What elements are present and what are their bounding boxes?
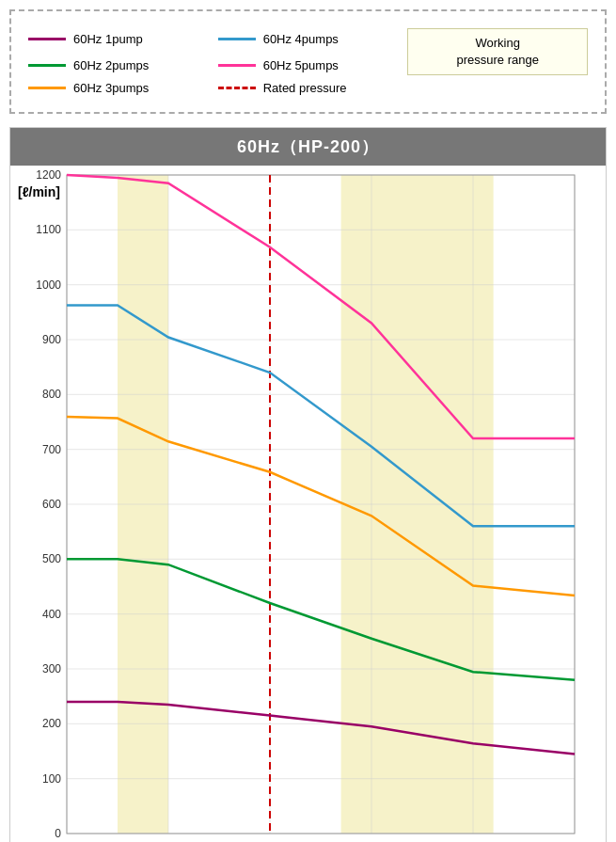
svg-text:900: 900 — [42, 333, 61, 346]
legend-label-4pumps: 60Hz 4pumps — [263, 32, 339, 46]
svg-text:1000: 1000 — [36, 278, 61, 292]
legend-line-rated — [218, 87, 256, 89]
legend-line-3pumps — [28, 87, 66, 89]
svg-text:100: 100 — [42, 772, 61, 786]
legend-item-rated: Rated pressure — [218, 81, 399, 95]
svg-text:700: 700 — [42, 443, 61, 456]
y-axis-label: [ℓ/min] — [18, 184, 60, 199]
legend-label-1pump: 60Hz 1pump — [73, 32, 143, 46]
svg-text:1100: 1100 — [36, 224, 61, 237]
legend-line-4pumps — [218, 38, 256, 40]
svg-text:200: 200 — [42, 718, 61, 731]
legend-label-rated: Rated pressure — [263, 81, 347, 95]
legend-line-1pump — [28, 38, 66, 40]
legend-item-4pumps: 60Hz 4pumps — [218, 32, 399, 46]
legend: 60Hz 1pump 60Hz 4pumps Workingpressure r… — [21, 21, 595, 103]
chart-title: 60Hz（HP-200） — [10, 128, 606, 166]
working-pressure-box: Workingpressure range — [407, 28, 588, 75]
legend-item-2pumps: 60Hz 2pumps — [28, 58, 209, 72]
svg-text:600: 600 — [42, 498, 61, 511]
legend-item-1pump: 60Hz 1pump — [28, 32, 209, 46]
legend-label-2pumps: 60Hz 2pumps — [73, 58, 149, 72]
svg-text:0: 0 — [55, 827, 61, 840]
legend-container: 60Hz 1pump 60Hz 4pumps Workingpressure r… — [9, 9, 607, 114]
svg-text:400: 400 — [42, 608, 61, 621]
svg-text:300: 300 — [42, 662, 61, 675]
legend-label-3pumps: 60Hz 3pumps — [73, 81, 149, 95]
svg-text:500: 500 — [42, 553, 61, 566]
legend-label-5pumps: 60Hz 5pumps — [263, 58, 339, 72]
chart-container: 60Hz（HP-200） [ℓ/min] [kPa] — [9, 127, 607, 842]
legend-line-5pumps — [218, 64, 256, 67]
chart-svg: 0 100 200 300 400 500 600 700 800 900 10… — [67, 175, 575, 834]
legend-line-2pumps — [28, 64, 66, 67]
svg-text:1200: 1200 — [36, 168, 61, 182]
svg-text:800: 800 — [42, 389, 61, 402]
legend-item-3pumps: 60Hz 3pumps — [28, 81, 209, 95]
y-tick-labels: 0 100 200 300 400 500 600 700 800 900 10… — [36, 168, 61, 840]
legend-item-5pumps: 60Hz 5pumps — [218, 58, 399, 72]
chart-area: [ℓ/min] [kPa] — [10, 166, 606, 842]
